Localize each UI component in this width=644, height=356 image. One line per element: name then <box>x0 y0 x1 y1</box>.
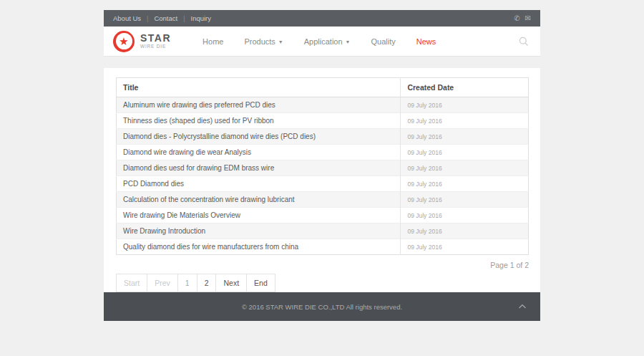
table-row: Wire Drawing Introduction09 July 2016 <box>117 223 529 239</box>
topbar-icons: ✆✉ <box>514 15 531 22</box>
created-date: 09 July 2016 <box>401 176 529 192</box>
topbar: About Us|Contact|Inquiry ✆✉ <box>104 10 540 27</box>
article-title-link[interactable]: Thinness dies (shaped dies) used for PV … <box>117 113 401 129</box>
nav-item-application[interactable]: Application▼ <box>304 37 351 46</box>
main-nav: HomeProducts▼Application▼QualityNews <box>203 37 436 46</box>
pagination-start: Start <box>116 274 147 292</box>
column-header-title: Title <box>117 78 401 97</box>
nav-item-label: Quality <box>371 37 396 46</box>
topbar-links: About Us|Contact|Inquiry <box>113 14 211 22</box>
article-title-link[interactable]: Wire drawing Die Materials Overview <box>117 208 401 223</box>
table-row: Calculation of the concentration wire dr… <box>117 192 529 208</box>
table-header-row: Title Created Date <box>117 78 529 97</box>
site-logo[interactable]: ★ STAR WIRE DIE <box>113 31 171 52</box>
nav-item-quality[interactable]: Quality <box>371 37 396 46</box>
article-title-link[interactable]: Diamond wire drawing die wear Analysis <box>117 145 401 160</box>
pagination-next[interactable]: Next <box>215 274 247 292</box>
table-row: Diamond dies - Polycrystalline diamond w… <box>117 129 529 145</box>
topbar-link-about-us[interactable]: About Us <box>113 14 141 22</box>
pagination-end[interactable]: End <box>246 274 275 292</box>
nav-item-label: Products <box>244 37 275 46</box>
pagination: StartPrev12NextEnd <box>116 274 275 292</box>
topbar-separator: | <box>147 15 148 22</box>
news-table-body: Aluminum wire drawing dies preferred PCD… <box>117 97 529 255</box>
topbar-separator: | <box>183 15 185 22</box>
phone-icon[interactable]: ✆ <box>514 15 519 22</box>
table-row: Wire drawing Die Materials Overview09 Ju… <box>117 208 529 223</box>
topbar-link-inquiry[interactable]: Inquiry <box>191 14 212 22</box>
table-row: Diamond wire drawing die wear Analysis09… <box>117 145 529 160</box>
page-column: About Us|Contact|Inquiry ✆✉ ★ STAR WIRE … <box>104 0 540 321</box>
table-row: Aluminum wire drawing dies preferred PCD… <box>117 97 529 113</box>
created-date: 09 July 2016 <box>401 223 529 239</box>
copyright-text: © 2016 STAR WIRE DIE CO.,LTD All rights … <box>242 303 402 311</box>
back-to-top-button[interactable] <box>518 304 527 309</box>
news-table: Title Created Date Aluminum wire drawing… <box>116 77 529 255</box>
article-title-link[interactable]: Wire Drawing Introduction <box>117 223 401 239</box>
search-icon[interactable] <box>519 37 529 47</box>
article-title-link[interactable]: Quality diamond dies for wire manufactur… <box>117 239 401 255</box>
article-title-link[interactable]: Diamond dies - Polycrystalline diamond w… <box>117 129 401 145</box>
created-date: 09 July 2016 <box>401 160 529 176</box>
main-content: Title Created Date Aluminum wire drawing… <box>104 68 540 292</box>
caret-down-icon: ▼ <box>278 39 283 44</box>
article-title-link[interactable]: Calculation of the concentration wire dr… <box>117 192 401 208</box>
pagination-2[interactable]: 2 <box>197 274 217 292</box>
mail-icon[interactable]: ✉ <box>525 15 531 22</box>
created-date: 09 July 2016 <box>401 97 529 113</box>
nav-item-products[interactable]: Products▼ <box>244 37 283 46</box>
pagination-1: 1 <box>177 274 197 292</box>
star-glyph: ★ <box>119 36 128 47</box>
nav-item-home[interactable]: Home <box>203 37 223 46</box>
table-row: Quality diamond dies for wire manufactur… <box>117 239 529 255</box>
created-date: 09 July 2016 <box>401 129 529 145</box>
article-title-link[interactable]: Diamond dies uesd for drawing EDM brass … <box>117 160 401 176</box>
created-date: 09 July 2016 <box>401 192 529 208</box>
table-row: PCD Diamond dies09 July 2016 <box>117 176 529 192</box>
table-row: Diamond dies uesd for drawing EDM brass … <box>117 160 529 176</box>
article-title-link[interactable]: PCD Diamond dies <box>117 176 401 192</box>
nav-item-label: Application <box>304 37 343 46</box>
article-title-link[interactable]: Aluminum wire drawing dies preferred PCD… <box>117 97 401 113</box>
caret-down-icon: ▼ <box>346 39 351 44</box>
table-row: Thinness dies (shaped dies) used for PV … <box>117 113 529 129</box>
pagination-prev: Prev <box>147 274 178 292</box>
logo-title: STAR <box>140 33 171 43</box>
star-logo-icon: ★ <box>113 31 135 52</box>
created-date: 09 July 2016 <box>401 113 529 129</box>
nav-item-label: News <box>416 37 436 46</box>
column-header-created-date: Created Date <box>401 78 529 97</box>
topbar-link-contact[interactable]: Contact <box>154 14 177 22</box>
site-footer: © 2016 STAR WIRE DIE CO.,LTD All rights … <box>104 292 540 321</box>
nav-item-label: Home <box>203 37 223 46</box>
created-date: 09 July 2016 <box>401 239 529 255</box>
page-counter: Page 1 of 2 <box>116 261 529 269</box>
created-date: 09 July 2016 <box>401 145 529 160</box>
site-header: ★ STAR WIRE DIE HomeProducts▼Application… <box>104 27 540 57</box>
logo-subtitle: WIRE DIE <box>140 44 171 49</box>
created-date: 09 July 2016 <box>401 208 529 223</box>
nav-item-news[interactable]: News <box>416 37 436 46</box>
